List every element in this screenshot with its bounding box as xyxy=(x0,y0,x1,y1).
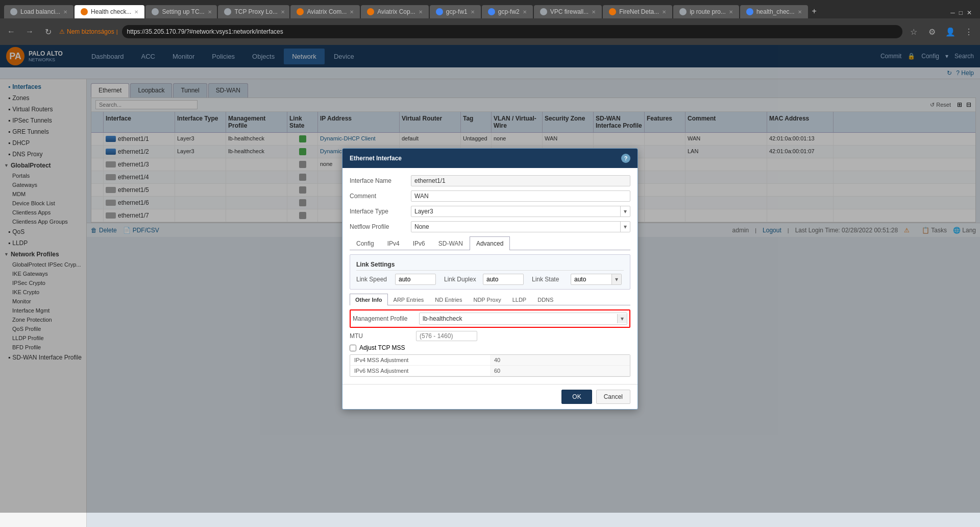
extensions-icon[interactable]: ⚙ xyxy=(925,25,939,39)
tab-ip-route[interactable]: ip route pro... ✕ xyxy=(673,5,739,18)
netflow-label: Netflow Profile xyxy=(350,223,411,230)
mtu-row: MTU xyxy=(350,331,630,341)
tab-close[interactable]: ✕ xyxy=(63,9,67,15)
tab-health-checks[interactable]: Health check... ✕ xyxy=(75,5,144,18)
tab-icon xyxy=(609,8,616,15)
tab-close[interactable]: ✕ xyxy=(729,9,733,15)
tab-label: gcp-fw1 xyxy=(446,8,468,15)
minimize-icon[interactable]: ─ xyxy=(950,9,955,16)
tab-tcp-proxy[interactable]: TCP Proxy Lo... ✕ xyxy=(218,5,289,18)
tab-bar: Load balanci... ✕ Health check... ✕ Sett… xyxy=(0,0,980,18)
tab-icon xyxy=(152,8,159,15)
tab-close[interactable]: ✕ xyxy=(134,9,138,15)
modal-title: Ethernet Interface xyxy=(350,155,402,162)
tab-icon xyxy=(679,8,687,15)
tab-sdwan[interactable]: SD-WAN xyxy=(432,236,470,250)
interface-type-dropdown-icon[interactable]: ▾ xyxy=(620,206,630,217)
tab-label: Load balanci... xyxy=(20,8,60,15)
link-duplex-group: Link Duplex xyxy=(444,274,524,285)
mtu-label: MTU xyxy=(350,332,416,340)
netflow-value: None xyxy=(411,222,620,232)
browser-chrome: Load balanci... ✕ Health check... ✕ Sett… xyxy=(0,0,980,45)
reload-button[interactable]: ↻ xyxy=(41,25,55,39)
tab-close[interactable]: ✕ xyxy=(281,9,285,15)
link-state-select[interactable]: auto ▾ xyxy=(571,274,622,285)
tab-icon xyxy=(488,8,495,15)
link-duplex-input[interactable] xyxy=(483,274,524,285)
other-info-tabs: Other Info ARP Entries ND Entries NDP Pr… xyxy=(350,294,630,305)
link-state-dropdown-icon[interactable]: ▾ xyxy=(611,274,621,284)
profile-icon[interactable]: 👤 xyxy=(943,25,958,39)
oi-tab-other-info[interactable]: Other Info xyxy=(350,294,388,305)
tab-icon xyxy=(81,8,88,15)
tab-close[interactable]: ✕ xyxy=(798,9,802,15)
tab-close[interactable]: ✕ xyxy=(592,9,596,15)
tab-label: Aviatrix Com... xyxy=(307,8,347,15)
tab-icon xyxy=(746,8,753,15)
tab-load-balancing[interactable]: Load balanci... ✕ xyxy=(4,5,74,18)
tab-setting-up[interactable]: Setting up TC... ✕ xyxy=(145,5,217,18)
link-speed-input[interactable] xyxy=(395,274,436,285)
tab-firenet[interactable]: FireNet Deta... ✕ xyxy=(603,5,672,18)
oi-tab-ndp-proxy[interactable]: NDP Proxy xyxy=(468,294,506,305)
new-tab-button[interactable]: + xyxy=(809,4,820,18)
modal-help-icon[interactable]: ? xyxy=(621,154,630,163)
back-button[interactable]: ← xyxy=(4,25,18,39)
interface-name-row: Interface Name ethernet1/1 xyxy=(350,175,630,186)
tab-close[interactable]: ✕ xyxy=(523,9,527,15)
tab-close[interactable]: ✕ xyxy=(662,9,666,15)
tab-close[interactable]: ✕ xyxy=(419,9,423,15)
interface-name-value: ethernet1/1 xyxy=(411,175,630,186)
warning-triangle-icon: ⚠ xyxy=(59,28,65,35)
management-profile-label: Management Profile xyxy=(353,315,419,322)
adjust-tcp-mss-checkbox[interactable] xyxy=(350,345,356,351)
netflow-select[interactable]: None ▾ xyxy=(411,221,630,232)
mss-table: IPv4 MSS Adjustment 40 IPv6 MSS Adjustme… xyxy=(350,354,630,377)
netflow-dropdown-icon[interactable]: ▾ xyxy=(620,222,630,232)
tab-close[interactable]: ✕ xyxy=(350,9,354,15)
management-profile-select[interactable]: lb-healthcheck ▾ xyxy=(419,313,627,325)
interface-type-label: Interface Type xyxy=(350,208,411,215)
bookmark-icon[interactable]: ☆ xyxy=(906,25,921,39)
tab-ipv4[interactable]: IPv4 xyxy=(381,236,406,250)
ipv4-mss-value: 40 xyxy=(490,355,630,366)
close-icon[interactable]: ✕ xyxy=(967,9,972,16)
comment-input[interactable] xyxy=(411,190,630,202)
tab-aviatrix-cop[interactable]: Aviatrix Cop... ✕ xyxy=(361,5,428,18)
tab-gcp-fw2[interactable]: gcp-fw2 ✕ xyxy=(482,5,533,18)
ipv4-mss-row: IPv4 MSS Adjustment 40 xyxy=(350,355,630,366)
maximize-icon[interactable]: □ xyxy=(959,9,963,16)
tab-label: gcp-fw2 xyxy=(498,8,520,15)
tab-ipv6[interactable]: IPv6 xyxy=(406,236,432,250)
tab-health-check-2[interactable]: health_chec... ✕ xyxy=(740,5,808,18)
ok-button[interactable]: OK xyxy=(561,390,592,404)
tab-aviatrix-com[interactable]: Aviatrix Com... ✕ xyxy=(290,5,360,18)
modal-overlay: Ethernet Interface ? Interface Name ethe… xyxy=(0,45,980,513)
menu-icon[interactable]: ⋮ xyxy=(962,25,976,39)
oi-tab-lldp[interactable]: LLDP xyxy=(507,294,532,305)
tab-gcp-fw1[interactable]: gcp-fw1 ✕ xyxy=(430,5,481,18)
modal-header-right: ? xyxy=(621,154,630,163)
tab-vpc-firewall[interactable]: VPC firewall... ✕ xyxy=(534,5,602,18)
tab-label: ip route pro... xyxy=(690,8,726,15)
mtu-input[interactable] xyxy=(416,331,477,341)
address-input[interactable] xyxy=(122,25,902,38)
link-state-group: Link State auto ▾ xyxy=(532,274,622,285)
oi-tab-ddns[interactable]: DDNS xyxy=(532,294,559,305)
tab-close[interactable]: ✕ xyxy=(208,9,212,15)
interface-type-row: Interface Type Layer3 ▾ xyxy=(350,206,630,217)
interface-type-select[interactable]: Layer3 ▾ xyxy=(411,206,630,217)
tab-advanced[interactable]: Advanced xyxy=(470,236,510,250)
ethernet-interface-modal: Ethernet Interface ? Interface Name ethe… xyxy=(342,148,638,410)
oi-tab-arp-entries[interactable]: ARP Entries xyxy=(388,294,430,305)
link-state-label: Link State xyxy=(532,276,568,283)
tab-config[interactable]: Config xyxy=(350,236,381,250)
oi-tab-nd-entries[interactable]: ND Entries xyxy=(429,294,468,305)
tab-close[interactable]: ✕ xyxy=(471,9,475,15)
modal-body: Interface Name ethernet1/1 Comment Inter… xyxy=(342,168,638,384)
inner-tabs: Config IPv4 IPv6 SD-WAN Advanced xyxy=(350,236,630,250)
cancel-button[interactable]: Cancel xyxy=(596,390,630,404)
management-profile-dropdown-icon[interactable]: ▾ xyxy=(617,314,627,323)
forward-button[interactable]: → xyxy=(22,25,37,39)
link-state-value: auto xyxy=(571,274,611,284)
